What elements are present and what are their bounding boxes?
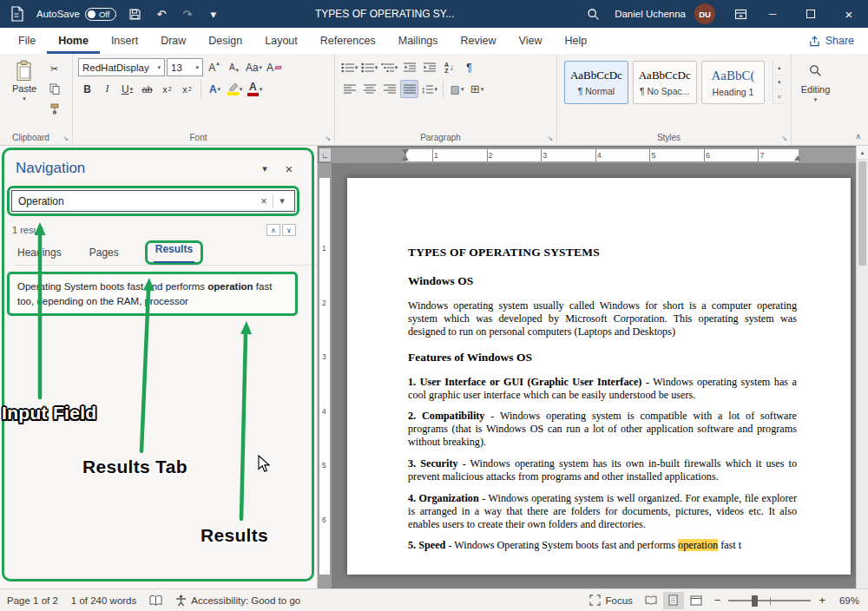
line-spacing-button[interactable]: ↕▾ [420, 80, 438, 98]
clear-formatting-button[interactable]: A [265, 58, 283, 76]
tab-layout[interactable]: Layout [253, 28, 309, 54]
style-no-spacing[interactable]: AaBbCcDc ¶ No Spac... [633, 61, 697, 104]
tab-help[interactable]: Help [553, 28, 598, 54]
tab-pages[interactable]: Pages [88, 243, 121, 265]
focus-mode-button[interactable]: Focus [589, 595, 632, 606]
style-normal[interactable]: AaBbCcDc ¶ Normal [564, 61, 628, 104]
vertical-scrollbar[interactable]: ▲ [856, 146, 868, 588]
search-icon[interactable] [580, 0, 606, 28]
undo-button[interactable]: ↶ [148, 0, 174, 28]
paste-dropdown-icon[interactable]: ▾ [23, 95, 26, 102]
multilevel-list-button[interactable]: ▾ [380, 58, 398, 76]
align-right-button[interactable] [380, 80, 398, 98]
tab-draw[interactable]: Draw [149, 28, 197, 54]
search-options-dropdown-icon[interactable]: ▾ [273, 195, 291, 207]
navigation-search-box[interactable]: × ▾ [11, 190, 295, 212]
styles-more-icon[interactable]: ≡ [773, 89, 785, 104]
page-indicator[interactable]: Page 1 of 2 [7, 595, 58, 606]
scroll-up-icon[interactable]: ▲ [857, 146, 868, 160]
hanging-indent-marker[interactable] [402, 155, 409, 161]
close-button[interactable]: × [830, 0, 868, 28]
paste-button[interactable]: Paste ▾ [5, 58, 43, 118]
zoom-slider[interactable] [728, 592, 811, 609]
styles-scroll-down-icon[interactable]: ▾ [773, 76, 785, 90]
align-center-button[interactable] [360, 80, 378, 98]
subscript-button[interactable]: x2 [158, 80, 176, 98]
font-color-button[interactable]: A▾ [246, 80, 264, 98]
search-result-item[interactable]: Operating System boots fast and performs… [7, 272, 298, 316]
font-size-combo[interactable]: 13 ▾ [167, 58, 203, 76]
bullets-button[interactable]: ▾ [340, 58, 358, 76]
accessibility-status[interactable]: Accessibility: Good to go [175, 595, 300, 607]
format-painter-button[interactable] [45, 100, 63, 118]
tab-view[interactable]: View [508, 28, 554, 54]
web-layout-button[interactable] [686, 592, 707, 609]
proofing-button[interactable] [149, 595, 162, 606]
justify-button[interactable] [400, 80, 418, 98]
ribbon-display-options-icon[interactable] [727, 0, 753, 28]
user-name[interactable]: Daniel Uchenna [606, 9, 694, 19]
zoom-level[interactable]: 69% [833, 595, 859, 606]
text-effects-button[interactable]: A▾ [206, 80, 224, 98]
show-paragraph-marks-button[interactable]: ¶ [460, 58, 478, 76]
first-line-indent-marker[interactable] [402, 149, 409, 154]
numbering-button[interactable]: ▾ [360, 58, 378, 76]
vertical-ruler[interactable]: 123456 [318, 163, 332, 588]
previous-result-button[interactable]: ∧ [266, 224, 280, 236]
save-button[interactable] [122, 0, 148, 28]
horizontal-ruler[interactable]: 1234567 [332, 148, 856, 163]
tab-file[interactable]: File [7, 28, 47, 54]
zoom-in-button[interactable]: + [819, 594, 825, 607]
styles-scroll-up-icon[interactable]: ▴ [773, 61, 785, 76]
editing-label[interactable]: Editing [801, 84, 831, 95]
borders-button[interactable]: ⊞▾ [468, 80, 486, 98]
document-canvas[interactable]: TYPES OF OPERATING SYSTEMS Windows OS Wi… [332, 163, 856, 588]
redo-button[interactable]: ↷ [174, 0, 201, 28]
zoom-thumb[interactable] [752, 595, 758, 607]
read-mode-button[interactable] [641, 592, 661, 609]
tab-results[interactable]: Results [154, 240, 194, 263]
text-highlight-button[interactable]: ▾ [226, 80, 244, 98]
minimize-button[interactable]: ─ [753, 0, 792, 28]
tab-design[interactable]: Design [197, 28, 253, 54]
grow-font-button[interactable]: A▴ [205, 58, 223, 76]
right-indent-marker[interactable] [794, 155, 801, 161]
autosave-control[interactable]: AutoSave Off [30, 0, 122, 28]
tab-headings[interactable]: Headings [16, 243, 63, 265]
search-input[interactable] [18, 195, 255, 207]
search-clear-icon[interactable]: × [255, 194, 273, 207]
decrease-indent-button[interactable] [400, 58, 418, 76]
navigation-close-icon[interactable]: × [277, 161, 301, 176]
bold-button[interactable]: B [78, 80, 96, 98]
tab-review[interactable]: Review [450, 28, 508, 54]
navigation-options-dropdown-icon[interactable]: ▾ [253, 163, 277, 174]
underline-button[interactable]: U▾ [118, 80, 136, 98]
print-layout-button[interactable] [663, 592, 684, 609]
document-page[interactable]: TYPES OF OPERATING SYSTEMS Windows OS Wi… [347, 178, 851, 575]
sort-button[interactable]: AZ↓ [440, 58, 458, 76]
share-button[interactable]: Share [809, 28, 854, 54]
font-dialog-launcher-icon[interactable]: ↘ [325, 135, 331, 142]
italic-button[interactable]: I [98, 80, 116, 98]
next-result-button[interactable]: ∨ [282, 224, 296, 236]
styles-dialog-launcher-icon[interactable]: ↘ [781, 135, 787, 142]
strikethrough-button[interactable]: ab [138, 80, 156, 98]
avatar[interactable]: DU [694, 3, 715, 24]
font-name-combo[interactable]: RedHatDisplay ▾ [78, 58, 165, 76]
tab-references[interactable]: References [309, 28, 387, 54]
word-app-icon[interactable] [0, 0, 30, 28]
tab-mailings[interactable]: Mailings [387, 28, 450, 54]
clipboard-dialog-launcher-icon[interactable]: ↘ [62, 135, 69, 142]
word-count[interactable]: 1 of 240 words [71, 595, 136, 606]
editing-dropdown-icon[interactable]: ▾ [814, 96, 818, 103]
align-left-button[interactable] [340, 80, 358, 98]
quick-access-dropdown-icon[interactable]: ▾ [201, 0, 227, 28]
style-heading-1[interactable]: AaBbC( Heading 1 [701, 61, 766, 104]
change-case-button[interactable]: Aa▾ [245, 58, 263, 76]
zoom-out-button[interactable]: − [714, 594, 721, 607]
autosave-toggle[interactable]: Off [85, 8, 116, 21]
scrollbar-thumb[interactable] [858, 161, 866, 266]
tab-insert[interactable]: Insert [100, 28, 149, 54]
copy-button[interactable] [45, 80, 63, 98]
find-button[interactable] [806, 62, 825, 80]
